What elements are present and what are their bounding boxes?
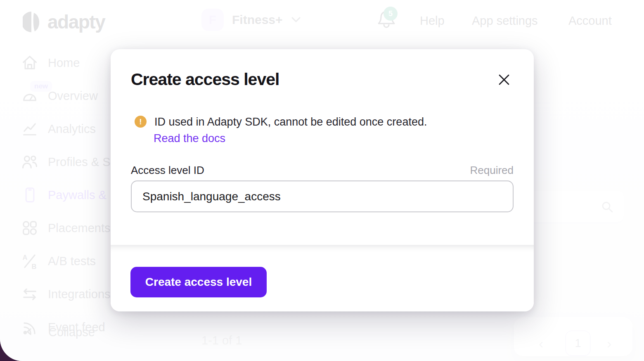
- create-access-level-button[interactable]: Create access level: [130, 267, 267, 297]
- app-window: adapty F Fitness+ 5 Help App settings Ac…: [0, 0, 644, 361]
- access-level-id-input[interactable]: [131, 180, 514, 212]
- modal-title: Create access level: [131, 70, 279, 89]
- close-button[interactable]: [497, 72, 511, 87]
- read-the-docs-link[interactable]: Read the docs: [154, 132, 225, 145]
- warning-icon: !: [135, 116, 147, 128]
- info-text: ID used in Adapty SDK, cannot be edited …: [154, 115, 427, 129]
- close-icon: [498, 74, 510, 86]
- create-access-level-modal: Create access level ! ID used in Adapty …: [111, 49, 534, 311]
- modal-footer: Create access level: [111, 245, 534, 311]
- required-hint: Required: [470, 164, 514, 177]
- access-level-id-label: Access level ID: [131, 164, 204, 177]
- info-note: ! ID used in Adapty SDK, cannot be edite…: [135, 115, 427, 129]
